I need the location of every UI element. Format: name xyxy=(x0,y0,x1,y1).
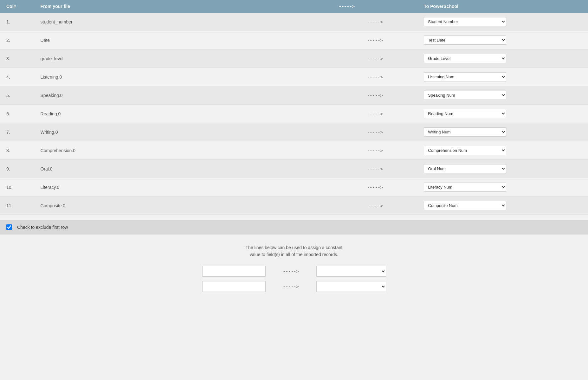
row-to: Student NumberTest DateGrade LevelListen… xyxy=(417,31,588,49)
row-from: Composite.0 xyxy=(34,196,333,215)
page-wrapper: Col# From your file -----> To PowerSchoo… xyxy=(0,0,588,380)
row-num: 4. xyxy=(0,68,34,86)
row-from: Writing.0 xyxy=(34,123,333,141)
constant-desc-line1: The lines below can be used to assign a … xyxy=(6,244,582,251)
row-arrow: -----> xyxy=(332,86,417,105)
exclude-checkbox[interactable] xyxy=(6,224,12,230)
row-arrow: -----> xyxy=(332,141,417,160)
row-select-8[interactable]: Student NumberTest DateGrade LevelListen… xyxy=(424,146,506,155)
table-row: 9.Oral.0----->Student NumberTest DateGra… xyxy=(0,160,588,178)
table-header-row: Col# From your file -----> To PowerSchoo… xyxy=(0,0,588,13)
row-select-1[interactable]: Student NumberTest DateGrade LevelListen… xyxy=(424,17,506,26)
row-select-7[interactable]: Student NumberTest DateGrade LevelListen… xyxy=(424,127,506,137)
table-row: 11.Composite.0----->Student NumberTest D… xyxy=(0,196,588,215)
row-to: Student NumberTest DateGrade LevelListen… xyxy=(417,178,588,196)
row-select-11[interactable]: Student NumberTest DateGrade LevelListen… xyxy=(424,201,506,210)
constant-input-2[interactable] xyxy=(202,281,266,292)
row-num: 5. xyxy=(0,86,34,105)
constant-input-1[interactable] xyxy=(202,266,266,277)
row-select-3[interactable]: Student NumberTest DateGrade LevelListen… xyxy=(424,54,506,63)
constant-row-2: -----> Student NumberTest DateGrade Leve… xyxy=(6,281,582,292)
row-to: Student NumberTest DateGrade LevelListen… xyxy=(417,13,588,31)
row-from: Speaking.0 xyxy=(34,86,333,105)
row-to: Student NumberTest DateGrade LevelListen… xyxy=(417,160,588,178)
row-to: Student NumberTest DateGrade LevelListen… xyxy=(417,123,588,141)
constant-desc-line2: value to field(s) in all of the imported… xyxy=(6,251,582,258)
table-row: 2.Date----->Student NumberTest DateGrade… xyxy=(0,31,588,49)
table-row: 4.Listening.0----->Student NumberTest Da… xyxy=(0,68,588,86)
table-row: 7.Writing.0----->Student NumberTest Date… xyxy=(0,123,588,141)
row-arrow: -----> xyxy=(332,68,417,86)
row-select-5[interactable]: Student NumberTest DateGrade LevelListen… xyxy=(424,91,506,100)
table-row: 8.Comprehension.0----->Student NumberTes… xyxy=(0,141,588,160)
row-num: 9. xyxy=(0,160,34,178)
exclude-section: Check to exclude first row xyxy=(0,220,588,235)
row-to: Student NumberTest DateGrade LevelListen… xyxy=(417,105,588,123)
exclude-label: Check to exclude first row xyxy=(17,225,68,230)
row-select-9[interactable]: Student NumberTest DateGrade LevelListen… xyxy=(424,164,506,173)
constant-section: The lines below can be used to assign a … xyxy=(0,235,588,306)
col-from-header: From your file xyxy=(34,0,333,13)
row-select-4[interactable]: Student NumberTest DateGrade LevelListen… xyxy=(424,72,506,81)
row-select-10[interactable]: Student NumberTest DateGrade LevelListen… xyxy=(424,183,506,192)
row-from: Comprehension.0 xyxy=(34,141,333,160)
row-from: Date xyxy=(34,31,333,49)
constant-arrow-1: -----> xyxy=(278,269,304,274)
row-arrow: -----> xyxy=(332,178,417,196)
row-to: Student NumberTest DateGrade LevelListen… xyxy=(417,49,588,68)
table-row: 6.Reading.0----->Student NumberTest Date… xyxy=(0,105,588,123)
row-to: Student NumberTest DateGrade LevelListen… xyxy=(417,68,588,86)
table-row: 1.student_number----->Student NumberTest… xyxy=(0,13,588,31)
row-arrow: -----> xyxy=(332,160,417,178)
row-arrow: -----> xyxy=(332,105,417,123)
constant-select-1[interactable]: Student NumberTest DateGrade LevelListen… xyxy=(316,266,386,277)
constant-arrow-2: -----> xyxy=(278,284,304,289)
col-to-header: To PowerSchool xyxy=(417,0,588,13)
row-from: Reading.0 xyxy=(34,105,333,123)
table-row: 5.Speaking.0----->Student NumberTest Dat… xyxy=(0,86,588,105)
row-arrow: -----> xyxy=(332,31,417,49)
row-num: 6. xyxy=(0,105,34,123)
constant-row-1: -----> Student NumberTest DateGrade Leve… xyxy=(6,266,582,277)
row-from: Literacy.0 xyxy=(34,178,333,196)
row-from: Listening.0 xyxy=(34,68,333,86)
row-select-2[interactable]: Student NumberTest DateGrade LevelListen… xyxy=(424,35,506,45)
constant-description: The lines below can be used to assign a … xyxy=(6,244,582,258)
table-row: 3.grade_level----->Student NumberTest Da… xyxy=(0,49,588,68)
row-num: 2. xyxy=(0,31,34,49)
row-to: Student NumberTest DateGrade LevelListen… xyxy=(417,86,588,105)
table-row: 10.Literacy.0----->Student NumberTest Da… xyxy=(0,178,588,196)
col-num-header: Col# xyxy=(0,0,34,13)
row-arrow: -----> xyxy=(332,49,417,68)
row-select-6[interactable]: Student NumberTest DateGrade LevelListen… xyxy=(424,109,506,118)
row-arrow: -----> xyxy=(332,196,417,215)
constant-select-2[interactable]: Student NumberTest DateGrade LevelListen… xyxy=(316,281,386,292)
row-num: 10. xyxy=(0,178,34,196)
row-from: grade_level xyxy=(34,49,333,68)
row-num: 1. xyxy=(0,13,34,31)
row-to: Student NumberTest DateGrade LevelListen… xyxy=(417,196,588,215)
row-num: 11. xyxy=(0,196,34,215)
row-num: 8. xyxy=(0,141,34,160)
row-arrow: -----> xyxy=(332,13,417,31)
mapping-table: Col# From your file -----> To PowerSchoo… xyxy=(0,0,588,215)
row-arrow: -----> xyxy=(332,123,417,141)
row-num: 7. xyxy=(0,123,34,141)
row-from: Oral.0 xyxy=(34,160,333,178)
row-num: 3. xyxy=(0,49,34,68)
row-from: student_number xyxy=(34,13,333,31)
col-arrow-header: -----> xyxy=(332,0,417,13)
row-to: Student NumberTest DateGrade LevelListen… xyxy=(417,141,588,160)
